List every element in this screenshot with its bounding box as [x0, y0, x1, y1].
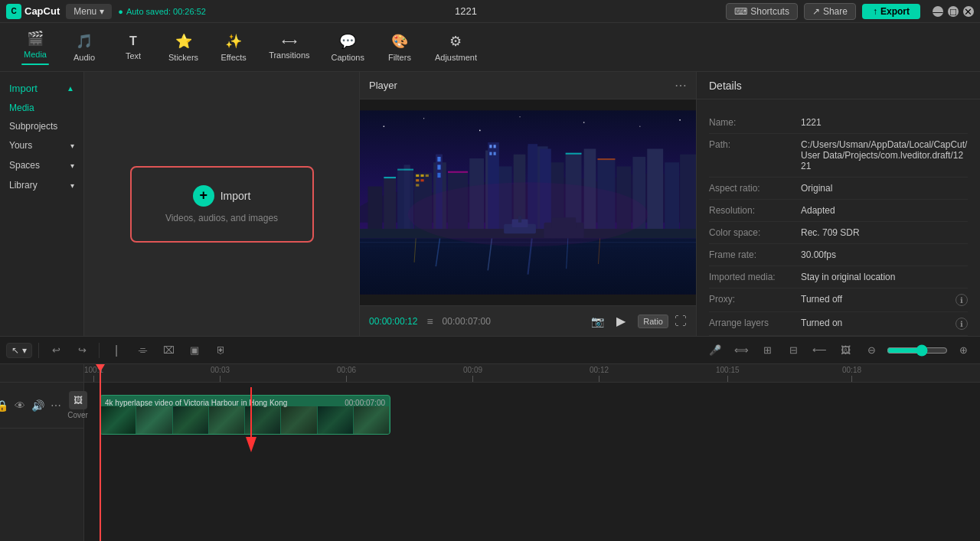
stickers-label: Stickers [168, 53, 198, 62]
svg-rect-33 [437, 173, 440, 178]
play-button[interactable]: ▶ [610, 311, 632, 332]
audio-icon: 🎵 [76, 33, 93, 50]
menu-label: Menu [74, 6, 96, 17]
tool-r5[interactable]: 🖼 [835, 340, 856, 361]
details-body: Name: 1221 Path: C:/Users/Usman/AppData/… [697, 99, 980, 336]
split-button[interactable]: | [106, 340, 127, 361]
clip-duration: 00:00:07:00 [345, 399, 385, 407]
svg-rect-32 [437, 165, 440, 169]
proxy-toggle[interactable]: ℹ [956, 294, 968, 306]
svg-point-2 [423, 118, 424, 119]
export-icon: ↑ [873, 6, 877, 17]
tool-captions[interactable]: 💬 Captions [322, 28, 374, 67]
keyboard-icon: ⌨ [734, 6, 747, 17]
export-button[interactable]: ↑ Export [862, 4, 920, 19]
import-plus-icon: + [193, 185, 214, 207]
mic-button[interactable]: 🎤 [704, 340, 726, 361]
track-audio-button[interactable]: 🔊 [31, 399, 44, 412]
close-button[interactable]: ✕ [963, 6, 974, 17]
maximize-button[interactable]: □ [948, 6, 959, 17]
tool-transitions[interactable]: ⟷ Transitions [260, 31, 318, 64]
svg-point-68 [408, 182, 648, 246]
sidebar-item-spaces[interactable]: Spaces ▾ [0, 155, 83, 175]
player-controls: 00:00:00:12 ≡ 00:00:07:00 📷 ▶ Ratio ⛶ [360, 305, 696, 336]
shield-button[interactable]: ⛨ [210, 340, 231, 361]
tool-filters[interactable]: 🎨 Filters [377, 28, 423, 67]
details-header: Details [697, 72, 980, 99]
share-icon: ↗ [812, 6, 820, 17]
svg-rect-11 [403, 165, 410, 230]
sidebar-item-library[interactable]: Library ▾ [0, 175, 83, 195]
share-button[interactable]: ↗ Share [804, 3, 856, 20]
svg-rect-52 [597, 158, 615, 160]
tool-adjustment[interactable]: ⚙ Adjustment [426, 28, 486, 67]
main-content: Import ▲ Media Subprojects Yours ▾ Space… [0, 72, 980, 336]
detail-row-imported: Imported media: Stay in original locatio… [709, 266, 968, 288]
detail-row-colorspace: Color space: Rec. 709 SDR [709, 222, 968, 244]
split3-button[interactable]: ⌧ [158, 340, 179, 361]
svg-rect-28 [665, 162, 679, 230]
split2-button[interactable]: ⌯ [132, 340, 153, 361]
zoom-fit-button[interactable]: ⊕ [952, 340, 974, 361]
arrange-value: Turned on [801, 318, 956, 328]
zoom-slider[interactable] [887, 344, 948, 357]
tool-r4[interactable]: ⟵ [808, 340, 830, 361]
imported-label: Imported media: [709, 272, 801, 282]
tool-select[interactable]: ↖ ▾ [6, 343, 32, 358]
tool-text[interactable]: T Text [110, 30, 156, 65]
path-value: C:/Users/Usman/AppData/Local/CapCut/User… [801, 139, 968, 171]
svg-rect-49 [397, 169, 413, 171]
detail-row-resolution: Resolution: Adapted [709, 200, 968, 222]
shortcuts-label: Shortcuts [750, 6, 789, 17]
tool-r1[interactable]: ⟺ [730, 340, 752, 361]
effects-icon: ✨ [225, 33, 242, 50]
sidebar-item-yours[interactable]: Yours ▾ [0, 135, 83, 155]
svg-point-5 [583, 122, 585, 123]
ruler-marks: 100:1 00:03 00:06 00:09 [84, 364, 980, 382]
logo-icon: C [6, 4, 21, 19]
sidebar-item-subprojects[interactable]: Subprojects [0, 117, 83, 135]
screenshot-button[interactable]: 📷 [591, 315, 604, 328]
effects-label: Effects [220, 53, 246, 62]
topbar-right: ⌨ Shortcuts ↗ Share ↑ Export — □ ✕ [726, 3, 974, 20]
tool-media[interactable]: 🎬 Media [12, 25, 58, 70]
svg-rect-43 [420, 174, 423, 177]
sidebar-item-media[interactable]: Media [0, 99, 83, 117]
sidebar-item-import[interactable]: Import ▲ [0, 78, 83, 99]
minimize-button[interactable]: — [933, 6, 943, 17]
list-icon[interactable]: ≡ [426, 315, 433, 328]
tool-audio[interactable]: 🎵 Audio [61, 28, 107, 67]
svg-rect-59 [360, 239, 696, 295]
tool-r3[interactable]: ⊟ [782, 340, 804, 361]
topbar: C CapCut Menu ▾ ● Auto saved: 00:26:52 1… [0, 0, 980, 23]
tool-stickers[interactable]: ⭐ Stickers [159, 28, 207, 67]
tool-r6[interactable]: ⊖ [861, 340, 882, 361]
ratio-button[interactable]: Ratio [638, 314, 668, 328]
details-panel: Details Name: 1221 Path: C:/Users/Usman/… [697, 72, 980, 336]
redo-button[interactable]: ↪ [71, 340, 93, 361]
tool-effects[interactable]: ✨ Effects [211, 28, 256, 67]
name-value: 1221 [801, 117, 968, 128]
track-more-button[interactable]: ⋯ [51, 399, 61, 412]
framerate-value: 30.00fps [801, 249, 968, 260]
svg-rect-29 [680, 155, 696, 230]
yours-label: Yours [9, 140, 32, 151]
ruler-mark-6: 00:18 [842, 366, 861, 382]
fullscreen-button[interactable]: ⛶ [675, 314, 687, 328]
track-visibility-button[interactable]: 👁 [15, 399, 25, 412]
crop-button[interactable]: ▣ [184, 340, 205, 361]
tool-r2[interactable]: ⊞ [756, 340, 778, 361]
player-menu-button[interactable]: ⋯ [675, 78, 687, 93]
timeline-track-controls: 🔒 👁 🔊 ⋯ 🖼 Cover [0, 364, 84, 541]
undo-button[interactable]: ↩ [45, 340, 67, 361]
playhead-head [96, 364, 105, 372]
filters-icon: 🎨 [391, 33, 408, 50]
import-button[interactable]: + Import Videos, audios, and images [130, 166, 314, 243]
time-total: 00:00:07:00 [443, 316, 491, 327]
active-indicator [21, 64, 49, 65]
shortcuts-button[interactable]: ⌨ Shortcuts [726, 3, 798, 20]
track-lock-button[interactable]: 🔒 [0, 399, 8, 412]
arrange-toggle[interactable]: ℹ [956, 318, 968, 330]
menu-button[interactable]: Menu ▾ [66, 4, 112, 19]
svg-rect-50 [448, 171, 468, 173]
